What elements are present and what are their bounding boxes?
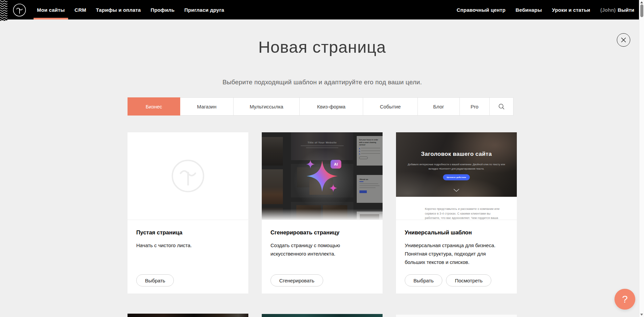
- help-button[interactable]: ?: [614, 289, 635, 310]
- logout-label: Выйти: [618, 7, 634, 13]
- nav-item-tariffs[interactable]: Тарифы и оплата: [96, 0, 141, 19]
- template-hero: Заголовок вашего сайта Добавьте интересн…: [396, 132, 517, 197]
- tab-pro[interactable]: Pro: [459, 97, 490, 116]
- template-category-tabs: Бизнес Магазин Мультиссылка Квиз-форма С…: [128, 97, 516, 116]
- card-description: Создать страницу с помощью искусственног…: [270, 241, 346, 258]
- card-title: Универсальный шаблон: [405, 229, 508, 236]
- page-subtitle: Выберите подходящий шаблон и адаптируйте…: [128, 79, 517, 86]
- template-hero-title: Заголовок вашего сайта: [396, 151, 517, 157]
- next-row-card-preview[interactable]: [128, 314, 248, 317]
- blank-page-preview: [128, 132, 248, 220]
- ai-badge: AI: [331, 160, 341, 169]
- tab-blog[interactable]: Блог: [417, 97, 460, 116]
- tilda-watermark-icon: [171, 159, 205, 193]
- nav-item-my-sites[interactable]: Мои сайты: [37, 0, 65, 19]
- tab-store[interactable]: Магазин: [180, 97, 234, 116]
- nav-item-invite-friend[interactable]: Пригласи друга: [184, 0, 224, 19]
- nav-item-crm[interactable]: CRM: [75, 0, 86, 19]
- card-info: Сгенерировать страницу Создать страницу …: [262, 220, 383, 293]
- template-hero-subtitle: Добавьте интересные подробности о вашей …: [406, 163, 507, 171]
- card-universal-template[interactable]: Заголовок вашего сайта Добавьте интересн…: [396, 132, 517, 293]
- card-info: Универсальный шаблон Универсальная стран…: [396, 220, 517, 293]
- card-title: Пустая страница: [136, 229, 240, 236]
- sparkle-small-icon: [329, 184, 337, 192]
- screen: Мои сайты CRM Тарифы и оплата Профиль Пр…: [0, 0, 644, 317]
- logout-link[interactable]: (John) Выйти: [600, 7, 634, 13]
- scrollbar-thumb[interactable]: [640, 4, 643, 17]
- main-menu: Мои сайты CRM Тарифы и оплата Профиль Пр…: [37, 0, 224, 19]
- sparkle-small-icon: [306, 160, 315, 169]
- card-description: Универсальная страница для бизнеса. Поня…: [405, 241, 507, 266]
- secondary-menu: Справочный центр Вебинары Уроки и статьи…: [457, 0, 634, 19]
- tab-quiz-form[interactable]: Квиз-форма: [299, 97, 363, 116]
- card-ai-generate[interactable]: Title of Your Website Get your house in …: [262, 132, 383, 293]
- tab-business[interactable]: Бизнес: [128, 97, 180, 116]
- tab-event[interactable]: Событие: [363, 97, 418, 116]
- nav-item-webinars[interactable]: Вебинары: [515, 7, 542, 13]
- generate-button[interactable]: Сгенерировать: [270, 274, 323, 286]
- nav-item-profile[interactable]: Профиль: [151, 0, 175, 19]
- nav-item-help-center[interactable]: Справочный центр: [457, 7, 506, 13]
- search-icon: [498, 103, 505, 110]
- next-row-card-preview[interactable]: [262, 314, 383, 317]
- template-cards-grid: Пустая страница Начать с чистого листа. …: [128, 132, 517, 293]
- universal-template-preview: Заголовок вашего сайта Добавьте интересн…: [396, 132, 517, 220]
- choose-button[interactable]: Выбрать: [405, 274, 442, 286]
- card-title: Сгенерировать страницу: [270, 229, 374, 236]
- tab-multilink[interactable]: Мультиссылка: [233, 97, 300, 116]
- page-title: Новая страница: [128, 38, 517, 56]
- card-info: Пустая страница Начать с чистого листа. …: [128, 220, 248, 293]
- template-body: Коротко представьтесь и расскажите о ком…: [396, 197, 517, 220]
- chevron-down-icon: [453, 189, 459, 192]
- wave-pattern-decoration: [0, 0, 7, 21]
- scrollbar-up-arrow-icon[interactable]: [640, 1, 643, 3]
- close-icon: [621, 37, 626, 43]
- choose-button[interactable]: Выбрать: [136, 274, 174, 286]
- user-name: (John): [600, 7, 616, 13]
- card-blank-page[interactable]: Пустая страница Начать с чистого листа. …: [128, 132, 248, 293]
- close-button[interactable]: [617, 33, 630, 47]
- nav-item-lessons[interactable]: Уроки и статьи: [552, 7, 590, 13]
- preview-button[interactable]: Посмотреть: [446, 274, 491, 286]
- card-description: Начать с чистого листа.: [136, 241, 240, 250]
- scrollbar-down-arrow-icon[interactable]: [640, 314, 643, 316]
- top-navbar: Мои сайты CRM Тарифы и оплата Профиль Пр…: [0, 0, 644, 19]
- ai-preview: Title of Your Website Get your house in …: [262, 132, 383, 220]
- scrollbar[interactable]: [639, 0, 644, 317]
- tab-search[interactable]: [489, 97, 513, 116]
- template-body-text: Коротко представьтесь и расскажите о ком…: [425, 207, 506, 220]
- template-cta-button: Целевое действие: [443, 174, 470, 180]
- tilda-logo-icon[interactable]: [13, 3, 26, 17]
- next-row-card-preview[interactable]: [396, 315, 517, 317]
- ai-template-mosaic: Title of Your Website Get your house in …: [262, 132, 383, 220]
